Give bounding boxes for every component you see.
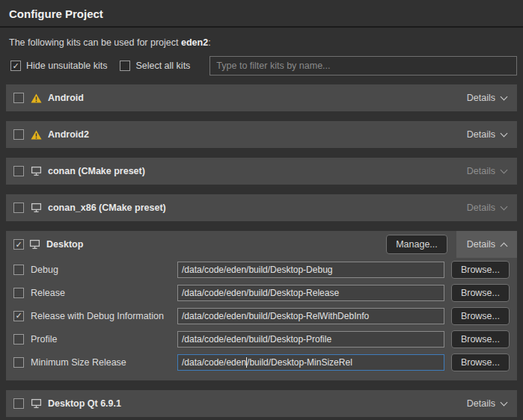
config-checkbox[interactable]: ✓: [13, 265, 24, 275]
kit-row-conan[interactable]: ✓ conan (CMake preset) Details: [6, 158, 517, 185]
kit-list: ✓ Android Details ✓ Android2 Details ✓ c…: [6, 84, 517, 417]
kit-filter-bar: ✓ Hide unsuitable kits ✓ Select all kits: [10, 56, 517, 75]
details-toggle[interactable]: Details: [456, 390, 517, 417]
intro-suffix: :: [208, 37, 210, 48]
checkbox-box: ✓: [10, 61, 21, 71]
browse-button[interactable]: Browse...: [451, 261, 510, 279]
config-label: Debug: [31, 265, 177, 275]
check-icon: ✓: [15, 312, 22, 320]
details-toggle[interactable]: Details: [456, 158, 517, 185]
warning-icon: [31, 93, 42, 103]
kit-row-android2[interactable]: ✓ Android2 Details: [6, 121, 517, 148]
warning-icon: [31, 130, 42, 140]
build-path-input[interactable]: /data/code/eden/build/Desktop-RelWithDeb…: [177, 308, 444, 324]
build-path-input[interactable]: /data/code/eden/build/Desktop-Debug: [177, 262, 444, 278]
browse-button[interactable]: Browse...: [451, 284, 510, 302]
path-text-before-caret: /data/code/eden: [182, 357, 246, 368]
build-config-row-debug: ✓ Debug /data/code/eden/build/Desktop-De…: [6, 258, 517, 281]
kit-name: Android2: [48, 129, 89, 140]
browse-button[interactable]: Browse...: [451, 330, 510, 348]
build-config-row-release: ✓ Release /data/code/eden/build/Desktop-…: [6, 281, 517, 304]
build-config-row-minsizerel: ✓ Minimum Size Release /data/code/eden/b…: [6, 350, 517, 374]
details-label: Details: [467, 129, 495, 140]
kit-name: Desktop: [46, 239, 83, 250]
intro-text: The following kits can be used for proje…: [9, 37, 514, 48]
details-toggle[interactable]: Details: [456, 231, 517, 258]
kit-panel-desktop: ✓ Desktop Manage... Details ✓ Debug /dat…: [6, 231, 517, 380]
desktop-icon: [29, 239, 40, 250]
kit-name: Desktop Qt 6.9.1: [48, 398, 121, 409]
chevron-down-icon: [501, 166, 508, 173]
chevron-down-icon: [501, 203, 508, 210]
checkbox-label: Select all kits: [135, 61, 190, 71]
desktop-icon: [31, 166, 42, 176]
build-config-row-relwithdebinfo: ✓ Release with Debug Information /data/c…: [6, 304, 517, 327]
kit-checkbox[interactable]: ✓: [13, 129, 24, 140]
details-toggle[interactable]: Details: [456, 121, 517, 148]
details-label: Details: [467, 239, 495, 250]
chevron-down-icon: [501, 398, 508, 406]
kit-row-desktop[interactable]: ✓ Desktop Manage... Details: [6, 231, 517, 258]
details-label: Details: [467, 398, 495, 409]
chevron-down-icon: [501, 93, 508, 100]
checkbox-label: Hide unsuitable kits: [26, 61, 107, 71]
kit-name: Android: [48, 93, 84, 103]
kit-checkbox[interactable]: ✓: [13, 239, 24, 250]
kit-name: conan_x86 (CMake preset): [48, 203, 166, 213]
check-icon: ✓: [15, 241, 22, 249]
details-label: Details: [467, 203, 495, 213]
chevron-down-icon: [501, 129, 508, 137]
config-checkbox[interactable]: ✓: [13, 288, 24, 298]
kit-checkbox[interactable]: ✓: [13, 203, 24, 213]
manage-button[interactable]: Manage...: [386, 235, 447, 254]
details-label: Details: [467, 93, 495, 103]
build-path-input[interactable]: /data/code/eden/build/Desktop-Release: [177, 285, 444, 301]
kit-row-android[interactable]: ✓ Android Details: [6, 84, 517, 111]
kit-filter-input[interactable]: [209, 56, 517, 75]
kit-row-desktop-qt[interactable]: ✓ Desktop Qt 6.9.1 Details: [6, 390, 517, 417]
kit-row-conan-x86[interactable]: ✓ conan_x86 (CMake preset) Details: [6, 194, 517, 221]
chevron-up-icon: [501, 242, 508, 250]
checkbox-box: ✓: [120, 61, 130, 71]
details-label: Details: [467, 166, 495, 176]
desktop-icon: [31, 203, 42, 213]
title-divider: [0, 26, 523, 28]
hide-unsuitable-kits-checkbox[interactable]: ✓ Hide unsuitable kits: [10, 61, 107, 71]
build-path-input-focused[interactable]: /data/code/eden/build/Desktop-MinSizeRel: [177, 354, 444, 371]
config-checkbox[interactable]: ✓: [13, 334, 24, 345]
config-label: Release with Debug Information: [31, 311, 177, 321]
details-toggle[interactable]: Details: [456, 84, 517, 111]
kit-name: conan (CMake preset): [48, 166, 145, 176]
build-config-row-profile: ✓ Profile /data/code/eden/build/Desktop-…: [6, 327, 517, 350]
page-title: Configure Project: [0, 0, 523, 26]
kit-checkbox[interactable]: ✓: [13, 398, 24, 409]
config-label: Minimum Size Release: [31, 357, 177, 368]
details-toggle[interactable]: Details: [456, 194, 517, 221]
kit-checkbox[interactable]: ✓: [13, 93, 24, 103]
config-checkbox[interactable]: ✓: [13, 311, 24, 321]
select-all-kits-checkbox[interactable]: ✓ Select all kits: [120, 61, 190, 71]
config-label: Release: [31, 288, 177, 298]
build-path-input[interactable]: /data/code/eden/build/Desktop-Profile: [177, 331, 444, 348]
path-text-after-caret: /build/Desktop-MinSizeRel: [247, 357, 352, 368]
check-icon: ✓: [12, 62, 19, 70]
intro-prefix: The following kits can be used for proje…: [9, 37, 181, 48]
desktop-icon: [31, 398, 42, 409]
browse-button[interactable]: Browse...: [451, 307, 510, 325]
config-checkbox[interactable]: ✓: [13, 357, 24, 368]
project-name: eden2: [181, 37, 208, 48]
kit-checkbox[interactable]: ✓: [13, 166, 24, 176]
config-label: Profile: [31, 334, 177, 345]
browse-button[interactable]: Browse...: [451, 353, 510, 371]
